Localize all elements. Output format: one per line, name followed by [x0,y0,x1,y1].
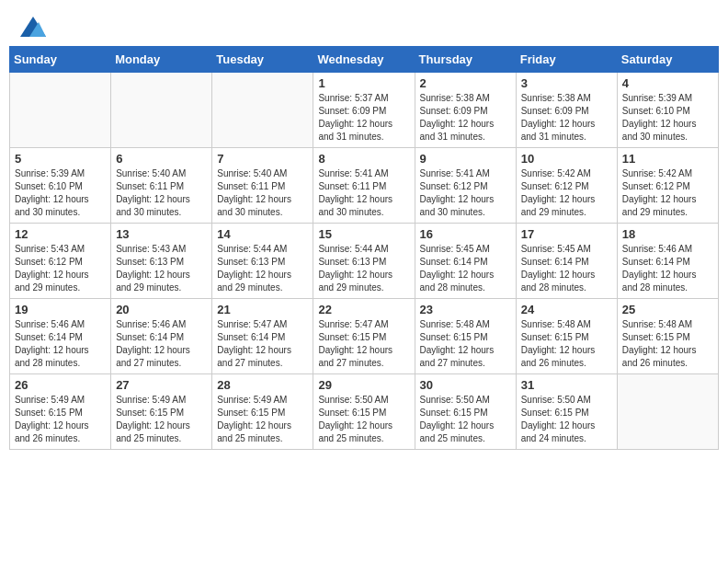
day-number: 29 [318,378,409,392]
day-number: 24 [521,303,612,316]
day-number: 28 [217,378,308,392]
day-number: 16 [420,227,511,241]
calendar-cell: 17Sunrise: 5:45 AM Sunset: 6:14 PM Dayli… [516,224,617,299]
day-info: Sunrise: 5:42 AM Sunset: 6:12 PM Dayligh… [521,167,612,219]
day-info: Sunrise: 5:38 AM Sunset: 6:09 PM Dayligh… [521,92,612,144]
day-number: 10 [521,152,612,166]
day-info: Sunrise: 5:47 AM Sunset: 6:14 PM Dayligh… [217,318,308,370]
calendar-header-wednesday: Wednesday [313,47,415,73]
day-number: 13 [116,227,207,241]
calendar-cell: 9Sunrise: 5:41 AM Sunset: 6:12 PM Daylig… [415,148,516,224]
day-number: 21 [217,303,308,316]
calendar-cell: 5Sunrise: 5:39 AM Sunset: 6:10 PM Daylig… [10,148,111,224]
calendar-cell: 6Sunrise: 5:40 AM Sunset: 6:11 PM Daylig… [111,148,212,224]
page-header [9,9,719,39]
calendar-week-row: 5Sunrise: 5:39 AM Sunset: 6:10 PM Daylig… [10,148,719,224]
calendar-header-thursday: Thursday [415,47,516,73]
calendar-header-row: SundayMondayTuesdayWednesdayThursdayFrid… [10,47,719,73]
logo [18,17,46,39]
calendar-cell: 8Sunrise: 5:41 AM Sunset: 6:11 PM Daylig… [313,148,415,224]
calendar-cell [111,73,212,148]
day-info: Sunrise: 5:46 AM Sunset: 6:14 PM Dayligh… [622,243,713,294]
day-info: Sunrise: 5:39 AM Sunset: 6:10 PM Dayligh… [622,92,713,144]
day-number: 26 [15,378,106,392]
day-number: 18 [622,227,713,241]
calendar-cell: 29Sunrise: 5:50 AM Sunset: 6:15 PM Dayli… [313,374,415,450]
day-info: Sunrise: 5:50 AM Sunset: 6:15 PM Dayligh… [420,394,511,445]
day-number: 15 [318,227,409,241]
calendar-cell: 12Sunrise: 5:43 AM Sunset: 6:12 PM Dayli… [10,224,111,299]
calendar-cell [10,73,111,148]
calendar-week-row: 12Sunrise: 5:43 AM Sunset: 6:12 PM Dayli… [10,224,719,299]
day-info: Sunrise: 5:41 AM Sunset: 6:11 PM Dayligh… [318,167,409,219]
calendar-cell: 25Sunrise: 5:48 AM Sunset: 6:15 PM Dayli… [617,299,718,374]
day-number: 20 [116,303,207,316]
day-info: Sunrise: 5:50 AM Sunset: 6:15 PM Dayligh… [318,394,409,445]
calendar-cell: 30Sunrise: 5:50 AM Sunset: 6:15 PM Dayli… [415,374,516,450]
day-info: Sunrise: 5:49 AM Sunset: 6:15 PM Dayligh… [116,394,207,445]
calendar-cell: 10Sunrise: 5:42 AM Sunset: 6:12 PM Dayli… [516,148,617,224]
calendar-cell: 3Sunrise: 5:38 AM Sunset: 6:09 PM Daylig… [516,73,617,148]
day-number: 19 [15,303,106,316]
day-info: Sunrise: 5:49 AM Sunset: 6:15 PM Dayligh… [15,394,106,445]
day-number: 27 [116,378,207,392]
day-info: Sunrise: 5:46 AM Sunset: 6:14 PM Dayligh… [116,318,207,370]
day-info: Sunrise: 5:46 AM Sunset: 6:14 PM Dayligh… [15,318,106,370]
day-info: Sunrise: 5:48 AM Sunset: 6:15 PM Dayligh… [521,318,612,370]
calendar-cell: 7Sunrise: 5:40 AM Sunset: 6:11 PM Daylig… [212,148,313,224]
day-number: 9 [420,152,511,166]
calendar-cell: 24Sunrise: 5:48 AM Sunset: 6:15 PM Dayli… [516,299,617,374]
day-number: 31 [521,378,612,392]
day-number: 11 [622,152,713,166]
calendar-cell: 23Sunrise: 5:48 AM Sunset: 6:15 PM Dayli… [415,299,516,374]
calendar-cell: 14Sunrise: 5:44 AM Sunset: 6:13 PM Dayli… [212,224,313,299]
day-info: Sunrise: 5:39 AM Sunset: 6:10 PM Dayligh… [15,167,106,219]
day-number: 22 [318,303,409,316]
day-number: 17 [521,227,612,241]
day-number: 7 [217,152,308,166]
day-info: Sunrise: 5:49 AM Sunset: 6:15 PM Dayligh… [217,394,308,445]
day-info: Sunrise: 5:37 AM Sunset: 6:09 PM Dayligh… [318,92,409,144]
day-info: Sunrise: 5:44 AM Sunset: 6:13 PM Dayligh… [318,243,409,294]
day-info: Sunrise: 5:50 AM Sunset: 6:15 PM Dayligh… [521,394,612,445]
day-info: Sunrise: 5:45 AM Sunset: 6:14 PM Dayligh… [521,243,612,294]
day-number: 8 [318,152,409,166]
calendar-cell: 18Sunrise: 5:46 AM Sunset: 6:14 PM Dayli… [617,224,718,299]
calendar-cell: 2Sunrise: 5:38 AM Sunset: 6:09 PM Daylig… [415,73,516,148]
day-info: Sunrise: 5:42 AM Sunset: 6:12 PM Dayligh… [622,167,713,219]
calendar-week-row: 19Sunrise: 5:46 AM Sunset: 6:14 PM Dayli… [10,299,719,374]
day-info: Sunrise: 5:43 AM Sunset: 6:13 PM Dayligh… [116,243,207,294]
calendar-cell: 11Sunrise: 5:42 AM Sunset: 6:12 PM Dayli… [617,148,718,224]
calendar-cell: 1Sunrise: 5:37 AM Sunset: 6:09 PM Daylig… [313,73,415,148]
logo-icon [20,17,46,37]
calendar-week-row: 1Sunrise: 5:37 AM Sunset: 6:09 PM Daylig… [10,73,719,148]
calendar-cell: 22Sunrise: 5:47 AM Sunset: 6:15 PM Dayli… [313,299,415,374]
day-number: 25 [622,303,713,316]
calendar-cell: 13Sunrise: 5:43 AM Sunset: 6:13 PM Dayli… [111,224,212,299]
calendar-header-tuesday: Tuesday [212,47,313,73]
day-info: Sunrise: 5:47 AM Sunset: 6:15 PM Dayligh… [318,318,409,370]
day-number: 23 [420,303,511,316]
calendar-cell: 31Sunrise: 5:50 AM Sunset: 6:15 PM Dayli… [516,374,617,450]
calendar-cell: 27Sunrise: 5:49 AM Sunset: 6:15 PM Dayli… [111,374,212,450]
calendar-week-row: 26Sunrise: 5:49 AM Sunset: 6:15 PM Dayli… [10,374,719,450]
calendar-header-friday: Friday [516,47,617,73]
calendar-header-saturday: Saturday [617,47,718,73]
day-number: 5 [15,152,106,166]
day-info: Sunrise: 5:45 AM Sunset: 6:14 PM Dayligh… [420,243,511,294]
calendar-table: SundayMondayTuesdayWednesdayThursdayFrid… [9,46,719,450]
calendar-cell: 16Sunrise: 5:45 AM Sunset: 6:14 PM Dayli… [415,224,516,299]
calendar-cell [617,374,718,450]
calendar-cell: 20Sunrise: 5:46 AM Sunset: 6:14 PM Dayli… [111,299,212,374]
day-info: Sunrise: 5:40 AM Sunset: 6:11 PM Dayligh… [217,167,308,219]
calendar-cell: 19Sunrise: 5:46 AM Sunset: 6:14 PM Dayli… [10,299,111,374]
day-info: Sunrise: 5:41 AM Sunset: 6:12 PM Dayligh… [420,167,511,219]
day-number: 30 [420,378,511,392]
calendar-cell: 26Sunrise: 5:49 AM Sunset: 6:15 PM Dayli… [10,374,111,450]
day-number: 1 [318,76,409,90]
calendar-cell: 28Sunrise: 5:49 AM Sunset: 6:15 PM Dayli… [212,374,313,450]
calendar-cell: 15Sunrise: 5:44 AM Sunset: 6:13 PM Dayli… [313,224,415,299]
day-info: Sunrise: 5:48 AM Sunset: 6:15 PM Dayligh… [420,318,511,370]
day-number: 14 [217,227,308,241]
day-number: 4 [622,76,713,90]
